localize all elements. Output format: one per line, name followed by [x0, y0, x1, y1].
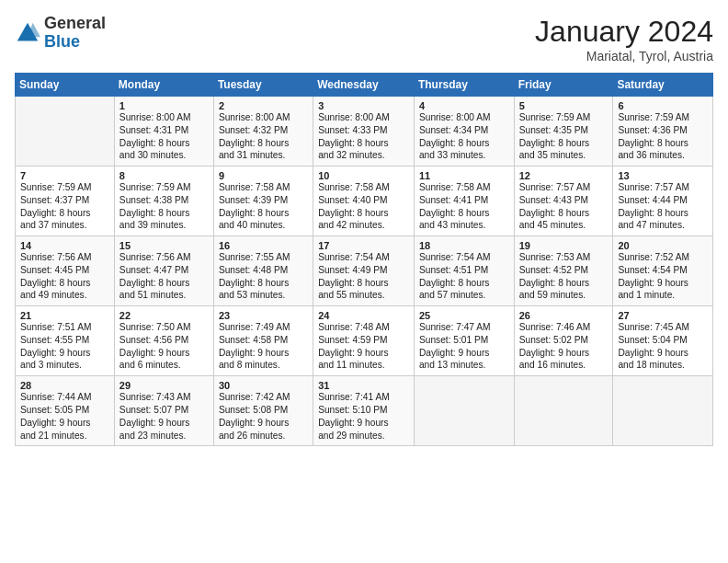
day-info: Sunrise: 7:46 AM Sunset: 5:02 PM Dayligh… [519, 321, 609, 372]
calendar-cell: 25Sunrise: 7:47 AM Sunset: 5:01 PM Dayli… [414, 306, 514, 376]
day-info: Sunrise: 8:00 AM Sunset: 4:33 PM Dayligh… [318, 111, 409, 162]
day-number: 19 [519, 240, 609, 251]
day-info: Sunrise: 8:00 AM Sunset: 4:32 PM Dayligh… [219, 111, 308, 162]
day-info: Sunrise: 7:47 AM Sunset: 5:01 PM Dayligh… [419, 321, 509, 372]
day-info: Sunrise: 7:59 AM Sunset: 4:35 PM Dayligh… [519, 111, 609, 162]
day-info: Sunrise: 7:54 AM Sunset: 4:51 PM Dayligh… [419, 251, 509, 302]
day-number: 20 [618, 240, 708, 251]
day-info: Sunrise: 7:59 AM Sunset: 4:37 PM Dayligh… [20, 181, 109, 232]
day-number: 15 [119, 240, 209, 251]
calendar-week-row: 28Sunrise: 7:44 AM Sunset: 5:05 PM Dayli… [16, 376, 713, 446]
calendar-cell: 15Sunrise: 7:56 AM Sunset: 4:47 PM Dayli… [114, 236, 213, 306]
calendar-cell [514, 376, 613, 446]
day-number: 13 [618, 170, 708, 181]
day-info: Sunrise: 7:59 AM Sunset: 4:38 PM Dayligh… [119, 181, 209, 232]
day-number: 21 [20, 310, 109, 321]
day-number: 29 [119, 380, 209, 391]
day-info: Sunrise: 8:00 AM Sunset: 4:31 PM Dayligh… [119, 111, 209, 162]
day-info: Sunrise: 7:44 AM Sunset: 5:05 PM Dayligh… [20, 391, 109, 442]
calendar-week-row: 1Sunrise: 8:00 AM Sunset: 4:31 PM Daylig… [16, 97, 713, 167]
calendar-cell: 30Sunrise: 7:42 AM Sunset: 5:08 PM Dayli… [213, 376, 313, 446]
calendar-cell: 2Sunrise: 8:00 AM Sunset: 4:32 PM Daylig… [213, 97, 313, 167]
calendar-cell: 9Sunrise: 7:58 AM Sunset: 4:39 PM Daylig… [213, 167, 313, 236]
calendar-cell: 7Sunrise: 7:59 AM Sunset: 4:37 PM Daylig… [16, 167, 115, 236]
calendar-cell: 13Sunrise: 7:57 AM Sunset: 4:44 PM Dayli… [613, 167, 713, 236]
day-number: 24 [318, 310, 409, 321]
calendar-cell: 21Sunrise: 7:51 AM Sunset: 4:55 PM Dayli… [16, 306, 115, 376]
day-number: 1 [119, 100, 209, 111]
weekday-header: Tuesday [213, 74, 313, 97]
weekday-header: Saturday [613, 74, 713, 97]
logo: General Blue [15, 15, 106, 52]
day-number: 30 [219, 380, 308, 391]
calendar-week-row: 7Sunrise: 7:59 AM Sunset: 4:37 PM Daylig… [16, 167, 713, 236]
day-number: 14 [20, 240, 109, 251]
day-number: 8 [119, 170, 209, 181]
calendar-cell: 6Sunrise: 7:59 AM Sunset: 4:36 PM Daylig… [613, 97, 713, 167]
day-info: Sunrise: 7:58 AM Sunset: 4:41 PM Dayligh… [419, 181, 509, 232]
calendar-cell [613, 376, 713, 446]
calendar-cell: 20Sunrise: 7:52 AM Sunset: 4:54 PM Dayli… [613, 236, 713, 306]
day-number: 26 [519, 310, 609, 321]
day-number: 5 [519, 100, 609, 111]
calendar-cell: 26Sunrise: 7:46 AM Sunset: 5:02 PM Dayli… [514, 306, 613, 376]
day-number: 12 [519, 170, 609, 181]
day-info: Sunrise: 7:57 AM Sunset: 4:44 PM Dayligh… [618, 181, 708, 232]
day-number: 2 [219, 100, 308, 111]
page-header: General Blue January 2024 Mariatal, Tyro… [15, 15, 713, 63]
calendar-cell: 3Sunrise: 8:00 AM Sunset: 4:33 PM Daylig… [313, 97, 415, 167]
calendar-cell: 4Sunrise: 8:00 AM Sunset: 4:34 PM Daylig… [414, 97, 514, 167]
weekday-header: Sunday [16, 74, 115, 97]
day-info: Sunrise: 7:42 AM Sunset: 5:08 PM Dayligh… [219, 391, 308, 442]
calendar-cell: 23Sunrise: 7:49 AM Sunset: 4:58 PM Dayli… [213, 306, 313, 376]
day-number: 4 [419, 100, 509, 111]
day-info: Sunrise: 7:58 AM Sunset: 4:40 PM Dayligh… [318, 181, 409, 232]
day-number: 10 [318, 170, 409, 181]
calendar-table: SundayMondayTuesdayWednesdayThursdayFrid… [15, 73, 713, 446]
weekday-header: Monday [114, 74, 213, 97]
day-number: 9 [219, 170, 308, 181]
calendar-cell: 31Sunrise: 7:41 AM Sunset: 5:10 PM Dayli… [313, 376, 415, 446]
day-info: Sunrise: 7:54 AM Sunset: 4:49 PM Dayligh… [318, 251, 409, 302]
calendar-cell [16, 97, 115, 167]
day-info: Sunrise: 7:50 AM Sunset: 4:56 PM Dayligh… [119, 321, 209, 372]
calendar-cell: 29Sunrise: 7:43 AM Sunset: 5:07 PM Dayli… [114, 376, 213, 446]
calendar-week-row: 21Sunrise: 7:51 AM Sunset: 4:55 PM Dayli… [16, 306, 713, 376]
calendar-cell: 12Sunrise: 7:57 AM Sunset: 4:43 PM Dayli… [514, 167, 613, 236]
title-block: January 2024 Mariatal, Tyrol, Austria [535, 15, 713, 63]
day-number: 3 [318, 100, 409, 111]
day-info: Sunrise: 7:45 AM Sunset: 5:04 PM Dayligh… [618, 321, 708, 372]
page-container: General Blue January 2024 Mariatal, Tyro… [0, 0, 728, 454]
day-number: 28 [20, 380, 109, 391]
calendar-cell: 16Sunrise: 7:55 AM Sunset: 4:48 PM Dayli… [213, 236, 313, 306]
day-info: Sunrise: 8:00 AM Sunset: 4:34 PM Dayligh… [419, 111, 509, 162]
calendar-cell: 5Sunrise: 7:59 AM Sunset: 4:35 PM Daylig… [514, 97, 613, 167]
weekday-header: Friday [514, 74, 613, 97]
day-number: 27 [618, 310, 708, 321]
calendar-cell: 14Sunrise: 7:56 AM Sunset: 4:45 PM Dayli… [16, 236, 115, 306]
day-number: 18 [419, 240, 509, 251]
day-info: Sunrise: 7:53 AM Sunset: 4:52 PM Dayligh… [519, 251, 609, 302]
day-number: 31 [318, 380, 409, 391]
day-number: 17 [318, 240, 409, 251]
day-info: Sunrise: 7:57 AM Sunset: 4:43 PM Dayligh… [519, 181, 609, 232]
day-info: Sunrise: 7:58 AM Sunset: 4:39 PM Dayligh… [219, 181, 308, 232]
day-info: Sunrise: 7:43 AM Sunset: 5:07 PM Dayligh… [119, 391, 209, 442]
day-number: 6 [618, 100, 708, 111]
day-number: 22 [119, 310, 209, 321]
header-row: SundayMondayTuesdayWednesdayThursdayFrid… [16, 74, 713, 97]
logo-blue: Blue [44, 32, 80, 51]
calendar-cell: 27Sunrise: 7:45 AM Sunset: 5:04 PM Dayli… [613, 306, 713, 376]
calendar-cell: 11Sunrise: 7:58 AM Sunset: 4:41 PM Dayli… [414, 167, 514, 236]
calendar-week-row: 14Sunrise: 7:56 AM Sunset: 4:45 PM Dayli… [16, 236, 713, 306]
calendar-cell: 24Sunrise: 7:48 AM Sunset: 4:59 PM Dayli… [313, 306, 415, 376]
day-info: Sunrise: 7:49 AM Sunset: 4:58 PM Dayligh… [219, 321, 308, 372]
logo-general: General [44, 14, 106, 32]
day-info: Sunrise: 7:56 AM Sunset: 4:45 PM Dayligh… [20, 251, 109, 302]
logo-text: General Blue [44, 15, 106, 52]
day-info: Sunrise: 7:55 AM Sunset: 4:48 PM Dayligh… [219, 251, 308, 302]
calendar-cell: 22Sunrise: 7:50 AM Sunset: 4:56 PM Dayli… [114, 306, 213, 376]
calendar-cell: 10Sunrise: 7:58 AM Sunset: 4:40 PM Dayli… [313, 167, 415, 236]
calendar-cell: 8Sunrise: 7:59 AM Sunset: 4:38 PM Daylig… [114, 167, 213, 236]
calendar-cell: 18Sunrise: 7:54 AM Sunset: 4:51 PM Dayli… [414, 236, 514, 306]
